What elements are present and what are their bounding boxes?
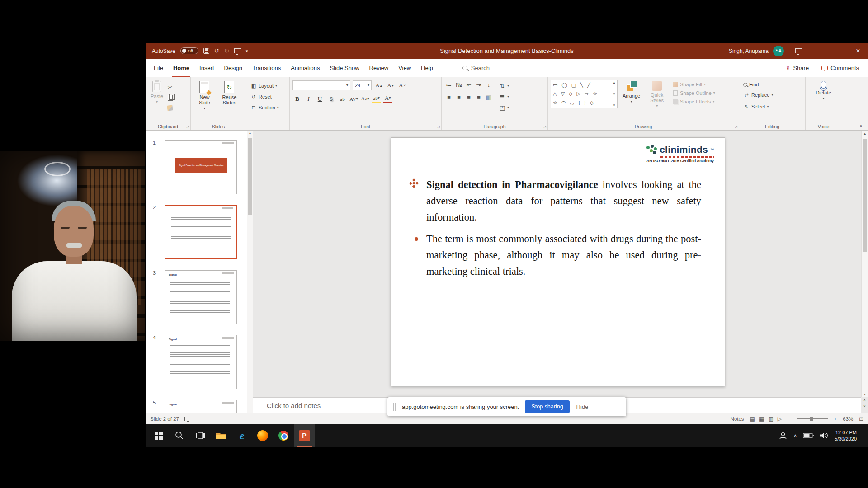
- clipboard-dialog-launcher[interactable]: ◿: [186, 125, 189, 129]
- bold-button[interactable]: B: [292, 94, 302, 103]
- shapes-more-icon[interactable]: ▾: [613, 103, 615, 107]
- chrome-button[interactable]: [273, 424, 294, 447]
- new-slide-button[interactable]: New Slide ▾: [193, 80, 216, 112]
- line-spacing-button[interactable]: ↕: [484, 80, 493, 89]
- canvas-scrollbar-thumb[interactable]: [863, 139, 867, 252]
- normal-view-button[interactable]: ▤: [750, 416, 755, 422]
- shrink-font-button[interactable]: A▾: [386, 81, 395, 90]
- tab-transitions[interactable]: Transitions: [252, 59, 281, 77]
- ribbon-display-options-button[interactable]: [788, 43, 808, 59]
- strikethrough-button[interactable]: ab: [338, 94, 347, 103]
- shapes-gallery[interactable]: ▭ ◯ ▢ ╲ ╱ ─ △ ▽ ◇ ▷ ⇨ ☆ ☆ ◠ ◡ { } ◇ ▴ ▾ …: [551, 80, 618, 108]
- taskbar-search-button[interactable]: [169, 424, 190, 447]
- next-slide-button[interactable]: ∨: [863, 404, 866, 408]
- display-settings-icon[interactable]: [184, 417, 190, 421]
- file-explorer-button[interactable]: [211, 424, 231, 447]
- tab-slide-show[interactable]: Slide Show: [330, 59, 359, 77]
- show-hidden-icons-chevron[interactable]: ∧: [793, 433, 797, 439]
- format-painter-button[interactable]: [165, 104, 175, 112]
- zoom-slider[interactable]: [797, 418, 828, 419]
- layout-button[interactable]: ◧ Layout ▾: [249, 81, 287, 90]
- shapes-gallery-scroll[interactable]: ▴ ▾ ▾: [611, 80, 617, 108]
- select-button[interactable]: ↖ Select ▾: [742, 102, 802, 111]
- reading-view-button[interactable]: ▥: [768, 416, 773, 422]
- bullets-button[interactable]: ≔: [444, 80, 453, 89]
- close-button[interactable]: ×: [848, 43, 868, 59]
- slide-thumbnail-2-selected[interactable]: [165, 205, 237, 259]
- tab-home[interactable]: Home: [173, 59, 189, 77]
- change-case-button[interactable]: Aa▾: [360, 94, 370, 103]
- reset-button[interactable]: ↺ Reset: [249, 92, 287, 101]
- fit-slide-to-window-button[interactable]: ⊡: [859, 416, 863, 422]
- hide-sharing-bar-button[interactable]: Hide: [576, 404, 589, 410]
- slide-thumbnail-5[interactable]: Signal: [165, 400, 237, 413]
- comments-button[interactable]: Comments: [821, 65, 859, 71]
- save-icon[interactable]: [203, 48, 209, 54]
- tab-view[interactable]: View: [398, 59, 411, 77]
- grow-font-button[interactable]: A▴: [374, 81, 383, 90]
- start-button[interactable]: [148, 424, 169, 447]
- tab-file[interactable]: File: [154, 59, 163, 77]
- collapse-ribbon-button[interactable]: ∧: [859, 123, 863, 128]
- tab-insert[interactable]: Insert: [199, 59, 214, 77]
- drawing-dialog-launcher[interactable]: ◿: [735, 125, 737, 129]
- shapes-scroll-up-icon[interactable]: ▴: [613, 81, 615, 84]
- people-icon[interactable]: [778, 432, 788, 440]
- slide-sorter-view-button[interactable]: ▦: [759, 416, 764, 422]
- convert-smartart-button[interactable]: ◳▾: [498, 103, 510, 112]
- slide-text-placeholder[interactable]: Signal detection in Pharmacovigilance in…: [426, 177, 701, 285]
- avatar[interactable]: SA: [773, 46, 784, 56]
- scroll-up-arrow-icon[interactable]: ▴: [862, 131, 868, 136]
- battery-icon[interactable]: [803, 433, 814, 438]
- font-size-combobox[interactable]: 24 ▾: [353, 80, 372, 90]
- show-desktop-button[interactable]: [863, 424, 865, 447]
- share-button[interactable]: ⇪ Share: [785, 65, 809, 72]
- copy-button[interactable]: [165, 94, 175, 102]
- align-text-button[interactable]: ≣▾: [498, 92, 510, 101]
- clear-formatting-button[interactable]: A×: [397, 81, 407, 90]
- slide-2-canvas[interactable]: cliniminds ™ AN ISO 9001:2015 Certified …: [391, 137, 725, 386]
- task-view-button[interactable]: [190, 424, 211, 447]
- italic-button[interactable]: I: [304, 94, 313, 103]
- text-shadow-button[interactable]: S: [326, 94, 336, 103]
- thumb-scroll-up-icon[interactable]: ▴: [249, 131, 251, 135]
- drag-grip-icon[interactable]: [393, 403, 396, 411]
- previous-slide-button[interactable]: ∧: [863, 398, 866, 402]
- zoom-out-button[interactable]: −: [788, 416, 791, 422]
- shape-outline-button[interactable]: Shape Outline ▾: [671, 90, 717, 96]
- autosave-toggle[interactable]: Off: [180, 47, 198, 54]
- font-color-button[interactable]: A▾: [383, 94, 392, 103]
- notes-toggle-button[interactable]: ≡ Notes: [725, 416, 744, 422]
- reuse-slides-button[interactable]: ↻ Reuse Slides: [216, 80, 243, 107]
- tab-design[interactable]: Design: [224, 59, 242, 77]
- shape-fill-button[interactable]: Shape Fill ▾: [671, 81, 717, 88]
- shape-effects-button[interactable]: Shape Effects ▾: [671, 99, 717, 105]
- align-center-button[interactable]: ≡: [454, 93, 463, 101]
- justify-button[interactable]: ≡: [474, 93, 483, 101]
- arrange-button[interactable]: Arrange ▾: [620, 80, 642, 105]
- cut-button[interactable]: ✂: [165, 83, 175, 91]
- shapes-scroll-down-icon[interactable]: ▾: [613, 92, 615, 96]
- speaker-icon[interactable]: [820, 432, 829, 439]
- firefox-button[interactable]: [252, 424, 273, 447]
- find-button[interactable]: Find: [742, 81, 802, 88]
- text-highlight-button[interactable]: ab▾: [372, 94, 381, 103]
- slide-thumbnail-1[interactable]: Signal Detection and Management Overview: [165, 140, 237, 194]
- stop-sharing-button[interactable]: Stop sharing: [525, 400, 569, 413]
- tab-help[interactable]: Help: [421, 59, 433, 77]
- text-direction-button[interactable]: ⇅▾: [498, 81, 510, 90]
- minimize-button[interactable]: –: [808, 43, 828, 59]
- underline-button[interactable]: U: [315, 94, 325, 103]
- numbering-button[interactable]: №: [454, 80, 463, 89]
- columns-button[interactable]: ▥: [484, 93, 493, 101]
- slide-show-button[interactable]: ▷: [778, 416, 782, 422]
- thumbnail-scrollbar-thumb[interactable]: [248, 138, 252, 215]
- slide-thumbnail-3[interactable]: Signal: [165, 270, 237, 324]
- replace-button[interactable]: ⇄ Replace ▾: [742, 90, 802, 99]
- zoom-in-button[interactable]: +: [834, 416, 837, 422]
- internet-explorer-button[interactable]: e: [231, 424, 252, 447]
- tab-review[interactable]: Review: [369, 59, 389, 77]
- paste-button[interactable]: Paste ▾: [148, 80, 165, 105]
- tab-animations[interactable]: Animations: [291, 59, 320, 77]
- zoom-slider-knob[interactable]: [810, 417, 813, 421]
